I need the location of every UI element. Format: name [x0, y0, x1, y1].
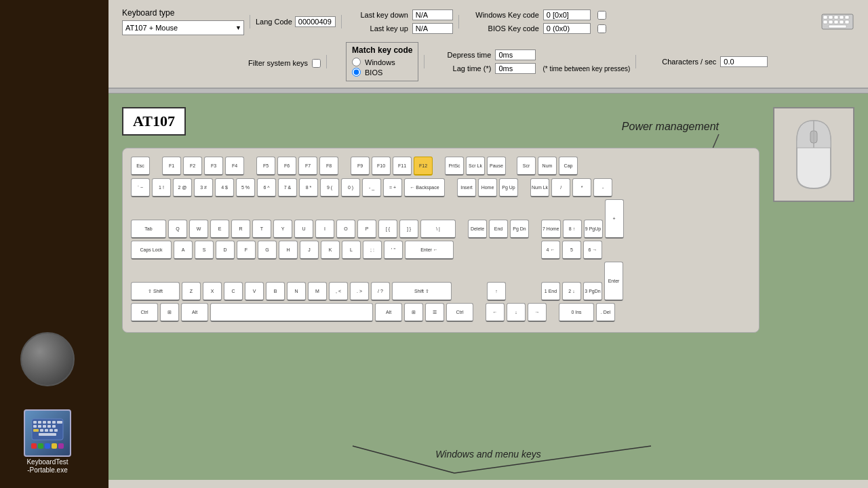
- key-end[interactable]: End: [489, 220, 508, 239]
- keyboard-type-select[interactable]: AT107 + Mouse: [122, 20, 244, 35]
- key-num-enter[interactable]: Enter: [604, 262, 623, 301]
- key-9[interactable]: 9 (: [320, 178, 339, 197]
- key-equals[interactable]: = +: [383, 178, 402, 197]
- key-0[interactable]: 0 ): [341, 178, 360, 197]
- key-s[interactable]: S: [195, 241, 214, 260]
- key-f8[interactable]: F8: [319, 157, 338, 176]
- key-f1[interactable]: F1: [162, 157, 181, 176]
- key-num9[interactable]: 9 PgUp: [584, 220, 603, 239]
- key-space[interactable]: [210, 303, 373, 322]
- key-lwin[interactable]: ⊞: [160, 303, 179, 322]
- key-3[interactable]: 3 #: [194, 178, 213, 197]
- key-backtick[interactable]: ` ~: [131, 178, 150, 197]
- key-menu[interactable]: ☰: [425, 303, 444, 322]
- key-right[interactable]: →: [528, 303, 547, 322]
- key-period[interactable]: . >: [350, 282, 369, 301]
- key-backslash[interactable]: \ |: [420, 220, 456, 239]
- key-5[interactable]: 5 %: [236, 178, 255, 197]
- key-f2[interactable]: F2: [183, 157, 202, 176]
- key-num2[interactable]: 2 ↓: [562, 282, 581, 301]
- key-c[interactable]: C: [224, 282, 243, 301]
- taskbar-app[interactable]: KeyboardTest -Portable.exe: [14, 407, 81, 474]
- key-pgup[interactable]: Pg Up: [499, 178, 518, 197]
- key-r[interactable]: R: [231, 220, 250, 239]
- key-up[interactable]: ↑: [487, 282, 506, 301]
- key-b[interactable]: B: [266, 282, 285, 301]
- key-lctrl[interactable]: Ctrl: [131, 303, 158, 322]
- key-capslock[interactable]: Caps Lock: [131, 241, 172, 260]
- key-num7[interactable]: 7 Home: [541, 220, 561, 239]
- key-p[interactable]: P: [357, 220, 376, 239]
- key-num-lock[interactable]: Num: [538, 157, 557, 176]
- key-num1[interactable]: 1 End: [541, 282, 560, 301]
- key-lalt[interactable]: Alt: [181, 303, 208, 322]
- key-k[interactable]: K: [321, 241, 340, 260]
- key-scroll-lock2[interactable]: Scr: [517, 157, 536, 176]
- key-n[interactable]: N: [287, 282, 306, 301]
- key-num-del[interactable]: . Del: [596, 303, 615, 322]
- key-h[interactable]: H: [279, 241, 298, 260]
- key-pgdn[interactable]: Pg Dn: [510, 220, 529, 239]
- key-num6[interactable]: 6 →: [583, 241, 602, 260]
- key-6[interactable]: 6 ^: [257, 178, 276, 197]
- key-num-lock2[interactable]: Num Lk: [530, 178, 549, 197]
- key-f9[interactable]: F9: [351, 157, 370, 176]
- key-num4[interactable]: 4 ←: [541, 241, 560, 260]
- key-enter[interactable]: Enter ←: [405, 241, 454, 260]
- key-m[interactable]: M: [308, 282, 327, 301]
- key-minus[interactable]: - _: [362, 178, 381, 197]
- key-d[interactable]: D: [216, 241, 235, 260]
- key-u[interactable]: U: [294, 220, 313, 239]
- key-num-div[interactable]: /: [551, 178, 570, 197]
- key-f5[interactable]: F5: [256, 157, 275, 176]
- key-q[interactable]: Q: [168, 220, 187, 239]
- key-f7[interactable]: F7: [298, 157, 317, 176]
- key-rctrl[interactable]: Ctrl: [446, 303, 473, 322]
- bios-radio[interactable]: [352, 68, 361, 77]
- key-delete[interactable]: Delete: [468, 220, 487, 239]
- key-y[interactable]: Y: [273, 220, 292, 239]
- key-comma[interactable]: , <: [329, 282, 348, 301]
- windows-radio[interactable]: [352, 58, 361, 66]
- key-w[interactable]: W: [189, 220, 208, 239]
- key-quote[interactable]: ' ": [384, 241, 403, 260]
- key-tab[interactable]: Tab: [131, 220, 166, 239]
- key-f12[interactable]: F12: [414, 157, 433, 176]
- key-v[interactable]: V: [245, 282, 264, 301]
- key-left[interactable]: ←: [486, 303, 505, 322]
- key-7[interactable]: 7 &: [278, 178, 297, 197]
- key-slash[interactable]: / ?: [371, 282, 390, 301]
- key-pause[interactable]: Pause: [487, 157, 506, 176]
- bios-key-code-checkbox[interactable]: [597, 24, 606, 33]
- key-rbracket[interactable]: ] }: [399, 220, 418, 239]
- key-j[interactable]: J: [300, 241, 319, 260]
- key-ralt[interactable]: Alt: [375, 303, 402, 322]
- key-l[interactable]: L: [342, 241, 361, 260]
- key-insert[interactable]: Insert: [457, 178, 476, 197]
- key-num-mul[interactable]: *: [572, 178, 591, 197]
- key-rshift[interactable]: Shift ⇧: [392, 282, 452, 301]
- key-num-minus[interactable]: -: [593, 178, 612, 197]
- key-8[interactable]: 8 *: [299, 178, 318, 197]
- filter-system-keys-checkbox[interactable]: [312, 59, 321, 68]
- key-lshift[interactable]: ⇧ Shift: [131, 282, 180, 301]
- key-f3[interactable]: F3: [204, 157, 223, 176]
- key-caps-lock2[interactable]: Cap: [559, 157, 578, 176]
- key-down[interactable]: ↓: [507, 303, 526, 322]
- key-z[interactable]: Z: [182, 282, 201, 301]
- key-esc[interactable]: Esc: [131, 157, 150, 176]
- key-x[interactable]: X: [203, 282, 222, 301]
- key-num-plus[interactable]: +: [605, 199, 624, 239]
- key-o[interactable]: O: [336, 220, 355, 239]
- key-e[interactable]: E: [210, 220, 229, 239]
- key-g[interactable]: G: [258, 241, 277, 260]
- key-num8[interactable]: 8 ↑: [563, 220, 582, 239]
- key-num3[interactable]: 3 PgDn: [583, 282, 602, 301]
- key-home[interactable]: Home: [478, 178, 497, 197]
- key-semicolon[interactable]: ; :: [363, 241, 382, 260]
- key-f4[interactable]: F4: [225, 157, 244, 176]
- key-f11[interactable]: F11: [393, 157, 412, 176]
- key-f10[interactable]: F10: [372, 157, 391, 176]
- windows-key-code-checkbox[interactable]: [597, 11, 606, 20]
- key-num5[interactable]: 5: [562, 241, 581, 260]
